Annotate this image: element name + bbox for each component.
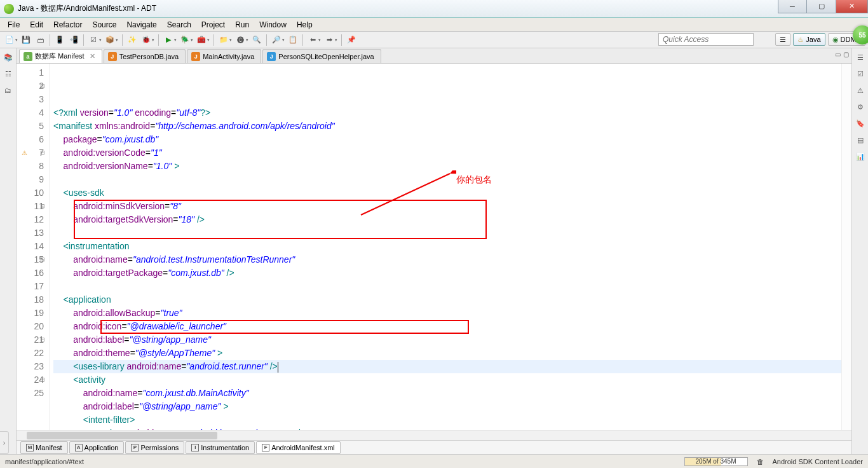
heap-status-text: 205M of 345M xyxy=(685,458,747,465)
status-bar: manifest/application/#text 205M of 345M … xyxy=(0,454,868,468)
pin-icon[interactable]: 📌 xyxy=(346,34,357,46)
properties-icon[interactable]: ⚙ xyxy=(855,102,865,112)
line-number: 22 xyxy=(19,347,44,360)
quick-access-input[interactable] xyxy=(658,33,754,46)
code-line[interactable]: android:icon="@drawable/ic_launcher" xyxy=(53,320,841,333)
editor-tab[interactable]: JMainActivity.java xyxy=(187,49,261,63)
new-class-icon[interactable]: 🅒 xyxy=(234,34,246,46)
java-icon: ♨ xyxy=(797,36,804,44)
manifest-subtab[interactable]: PPermissions xyxy=(125,441,184,454)
external-tools-icon[interactable]: 🧰 xyxy=(196,34,207,46)
editor-tab[interactable]: a数据库 Manifest✕ xyxy=(19,49,102,63)
menu-search[interactable]: Search xyxy=(162,18,196,31)
package-explorer-icon[interactable]: 📚 xyxy=(3,52,13,62)
navigator-icon[interactable]: 🗂 xyxy=(3,85,13,95)
code-line[interactable]: <application xyxy=(53,293,841,306)
maximize-button[interactable]: ▢ xyxy=(807,0,836,13)
maximize-view-icon[interactable]: ▢ xyxy=(843,51,849,58)
coverage-badge[interactable]: 55 xyxy=(853,25,868,45)
code-line[interactable]: android:label="@string/app_name" xyxy=(53,333,841,347)
task-list-icon[interactable]: ☑ xyxy=(855,69,865,79)
wand-icon[interactable]: ✨ xyxy=(126,34,138,46)
menu-window[interactable]: Window xyxy=(254,18,292,31)
code-line[interactable]: <activity xyxy=(53,373,841,387)
code-line[interactable]: android:name="android.test.Instrumentati… xyxy=(53,253,841,266)
code-line[interactable]: <uses-library android:name="android.test… xyxy=(53,360,841,373)
line-number: 16 xyxy=(19,266,44,280)
code-line[interactable]: <?xml version="1.0" encoding="utf-8"?> xyxy=(53,106,841,120)
code-line[interactable]: android:minSdkVersion="8" xyxy=(53,200,841,213)
editor-tab[interactable]: JPersonSQLiteOpenHelper.java xyxy=(262,49,381,63)
debug-run-icon[interactable]: 🪲 xyxy=(179,34,191,46)
lint-icon[interactable]: ☑ xyxy=(88,34,99,46)
code-line[interactable] xyxy=(53,226,841,240)
avd-manager-icon[interactable]: 📲 xyxy=(68,34,79,46)
new-project-icon[interactable]: 📦 xyxy=(104,34,116,46)
code-line[interactable]: <intent-filter> xyxy=(53,413,841,427)
close-button[interactable]: ✕ xyxy=(836,0,868,13)
manifest-subtab[interactable]: MManifest xyxy=(20,441,68,454)
save-icon[interactable]: 💾 xyxy=(20,34,32,46)
trash-icon[interactable]: 🗑 xyxy=(757,458,764,465)
open-type-icon[interactable]: 🔍 xyxy=(251,34,262,46)
forward-icon[interactable]: ➡ xyxy=(323,34,335,46)
code-line[interactable]: <instrumentation xyxy=(53,240,841,253)
manifest-subtab[interactable]: IInstrumentation xyxy=(186,441,255,454)
manifest-subtab[interactable]: FAndroidManifest.xml xyxy=(256,441,341,454)
code-line[interactable]: android:label="@string/app_name" > xyxy=(53,400,841,413)
run-icon[interactable]: ▶ xyxy=(163,34,174,46)
declaration-icon[interactable]: 🔖 xyxy=(855,118,865,128)
problems-icon[interactable]: ⚠ xyxy=(855,85,865,95)
code-line[interactable]: android:targetPackage="com.jxust.db" /> xyxy=(53,266,841,280)
logcat-icon[interactable]: 📊 xyxy=(855,151,865,162)
code-line[interactable]: android:theme="@style/AppTheme" > xyxy=(53,347,841,360)
code-line[interactable]: <uses-sdk xyxy=(53,186,841,200)
code-line[interactable]: package="com.jxust.db" xyxy=(53,133,841,146)
menu-source[interactable]: Source xyxy=(87,18,121,31)
app-icon xyxy=(4,4,14,14)
menu-run[interactable]: Run xyxy=(230,18,254,31)
perspective-java[interactable]: ♨ Java xyxy=(793,33,825,46)
back-icon[interactable]: ⬅ xyxy=(307,34,318,46)
code-line[interactable]: android:versionCode="1" xyxy=(53,146,841,160)
menu-refactor[interactable]: Refactor xyxy=(48,18,87,31)
console-icon[interactable]: ▤ xyxy=(855,135,865,145)
code-line[interactable] xyxy=(53,280,841,293)
code-line[interactable]: android:versionName="1.0" > xyxy=(53,160,841,173)
debug-icon[interactable]: 🐞 xyxy=(140,34,152,46)
search-icon[interactable]: 🔎 xyxy=(271,34,282,46)
task-icon[interactable]: 📋 xyxy=(287,34,299,46)
manifest-subtab[interactable]: AApplication xyxy=(69,441,125,454)
code-line[interactable] xyxy=(53,173,841,186)
hierarchy-icon[interactable]: ☷ xyxy=(3,69,13,79)
restore-view-handle[interactable]: › xyxy=(0,431,9,454)
minimize-view-icon[interactable]: ▭ xyxy=(835,51,841,58)
heap-status[interactable]: 205M of 345M xyxy=(684,457,748,466)
menu-file[interactable]: File xyxy=(3,18,25,31)
new-icon[interactable]: 📄 xyxy=(4,34,15,46)
menu-project[interactable]: Project xyxy=(196,18,230,31)
editor-tab-bar: a数据库 Manifest✕JTestPersonDB.javaJMainAct… xyxy=(17,48,851,64)
line-number: 1 xyxy=(19,66,44,79)
menu-help[interactable]: Help xyxy=(292,18,318,31)
code-line[interactable]: android:targetSdkVersion="18" /> xyxy=(53,213,841,226)
minimize-button[interactable]: ─ xyxy=(778,0,807,13)
outline-icon[interactable]: ☰ xyxy=(855,52,865,62)
open-perspective-button[interactable]: ☰ xyxy=(775,33,790,46)
editor-tab[interactable]: JTestPersonDB.java xyxy=(104,49,186,63)
horizontal-scrollbar[interactable] xyxy=(17,430,851,440)
close-tab-icon[interactable]: ✕ xyxy=(90,52,95,60)
code-line[interactable]: <manifest xmlns:android="http://schemas.… xyxy=(53,120,841,133)
menu-edit[interactable]: Edit xyxy=(25,18,48,31)
editor-body: 1234567891011121314151617181920212223242… xyxy=(17,64,851,430)
tab-controls: ▭ ▢ xyxy=(835,51,849,58)
menu-navigate[interactable]: Navigate xyxy=(121,18,161,31)
code-area[interactable]: <?xml version="1.0" encoding="utf-8"?><m… xyxy=(50,64,841,430)
overview-ruler[interactable] xyxy=(841,64,851,430)
sdk-manager-icon[interactable]: 📱 xyxy=(54,34,65,46)
code-line[interactable]: android:name="com.jxust.db.MainActivity" xyxy=(53,387,841,400)
save-all-icon[interactable]: 🗃 xyxy=(34,34,46,46)
line-number: 10 xyxy=(19,186,44,200)
new-package-icon[interactable]: 📁 xyxy=(218,34,229,46)
code-line[interactable]: android:allowBackup="true" xyxy=(53,306,841,320)
